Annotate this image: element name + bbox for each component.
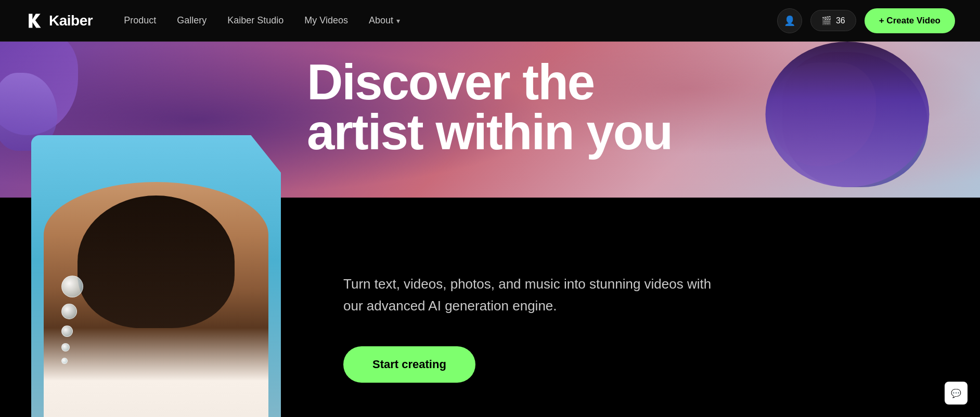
portrait-face	[78, 196, 235, 328]
chat-icon: 💬	[951, 388, 961, 398]
nav-item-product[interactable]: Product	[124, 15, 156, 26]
nav-item-about[interactable]: About ▾	[369, 15, 400, 26]
hero-bottom: Turn text, videos, photos, and music int…	[0, 198, 980, 417]
user-icon: 👤	[784, 15, 795, 27]
bubble-tiny	[61, 358, 68, 364]
hero-title-overlay: Discover the artist within you	[307, 57, 672, 176]
start-creating-button[interactable]: Start creating	[343, 346, 475, 383]
credits-icon: 🎬	[821, 16, 832, 25]
nav-links: Product Gallery Kaiber Studio My Videos …	[124, 15, 400, 26]
bubble-small-2	[61, 343, 70, 351]
bubble-medium	[61, 304, 77, 319]
chat-widget-button[interactable]: 💬	[945, 382, 968, 405]
credits-button[interactable]: 🎬 36	[810, 10, 856, 31]
logo-icon	[25, 11, 44, 30]
hero-portrait-section	[0, 198, 302, 417]
nav-right: 👤 🎬 36 + Create Video	[777, 8, 955, 33]
portrait-bubbles	[61, 276, 83, 364]
nav-item-gallery[interactable]: Gallery	[177, 15, 207, 26]
nav-item-my-videos[interactable]: My Videos	[304, 15, 348, 26]
chevron-down-icon: ▾	[396, 17, 400, 25]
bubble-small-1	[61, 325, 73, 337]
hero-text-section: Turn text, videos, photos, and music int…	[302, 198, 980, 417]
credits-count: 36	[836, 16, 845, 25]
logo[interactable]: Kaiber	[25, 11, 93, 30]
hero-title: Discover the artist within you	[307, 57, 672, 157]
create-video-button[interactable]: + Create Video	[865, 8, 955, 33]
nav-left: Kaiber Product Gallery Kaiber Studio My …	[25, 11, 400, 30]
logo-text: Kaiber	[49, 12, 93, 29]
bubble-large	[61, 276, 83, 297]
hero-section: Discover the artist within you	[0, 0, 980, 417]
nav-item-kaiber-studio[interactable]: Kaiber Studio	[227, 15, 283, 26]
portrait-card	[31, 135, 281, 417]
user-profile-button[interactable]: 👤	[777, 8, 802, 33]
hero-subtitle: Turn text, videos, photos, and music int…	[343, 273, 718, 317]
navbar: Kaiber Product Gallery Kaiber Studio My …	[0, 0, 980, 42]
